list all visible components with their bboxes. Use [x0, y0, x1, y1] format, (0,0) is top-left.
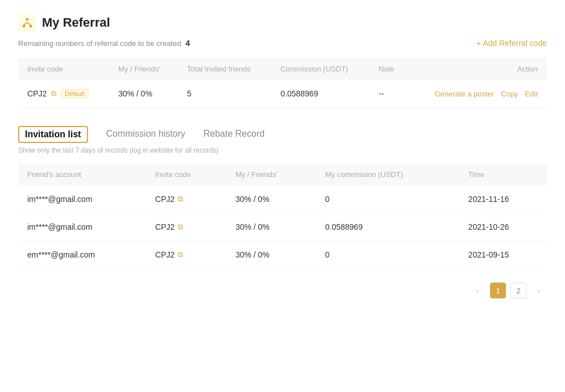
referral-my-friends: 30% / 0%	[109, 80, 178, 108]
pagination: ‹ 1 2 ›	[18, 283, 547, 298]
time-0: 2021-11-16	[459, 186, 547, 213]
remaining-info: Remaining numbers of referral code to be…	[18, 39, 190, 48]
default-badge: Default	[61, 89, 89, 98]
tabs-row: Invitation list Commission history Rebat…	[18, 126, 547, 143]
invitation-table-header-row: Friend's account Invite code My / Friend…	[18, 163, 547, 186]
invitation-table-row: im****@gmail.com CPJ2 ⧉ 30% / 0% 0 2021-…	[18, 186, 547, 213]
remaining-row: Remaining numbers of referral code to be…	[18, 39, 547, 48]
tab-commission[interactable]: Commission history	[106, 129, 186, 140]
col-inv-invite-code: Invite code	[146, 163, 226, 186]
col-commission: Commission (USDT)	[271, 58, 370, 80]
invite-copy-icon-2[interactable]: ⧉	[178, 250, 183, 259]
referral-invite-code-cell: CPJ2 ⧉ Default	[18, 80, 109, 108]
referral-total-invited: 5	[178, 80, 271, 108]
time-1: 2021-10-26	[459, 213, 547, 241]
my-commission-2: 0	[316, 241, 459, 269]
next-page-button[interactable]: ›	[531, 283, 547, 298]
invitation-table-row: em****@gmail.com CPJ2 ⧉ 30% / 0% 0 2021-…	[18, 241, 547, 269]
page-2-button[interactable]: 2	[510, 283, 526, 298]
col-action: Action	[408, 58, 547, 80]
page-header: My Referral	[18, 14, 547, 32]
referral-table-row: CPJ2 ⧉ Default 30% / 0% 5 0.0588969 -- G…	[18, 80, 547, 108]
time-2: 2021-09-15	[459, 241, 547, 269]
referral-table-header-row: Invite code My / Friends' Total Invited …	[18, 58, 547, 80]
svg-point-2	[30, 25, 32, 28]
invite-code-value-0: CPJ2	[155, 195, 174, 204]
invite-code-value-2: CPJ2	[155, 250, 174, 259]
invite-code-value-1: CPJ2	[155, 222, 174, 231]
add-referral-button[interactable]: + Add Referral code	[476, 39, 547, 48]
friend-account-2: em****@gmail.com	[18, 241, 146, 269]
col-note: Note	[370, 58, 408, 80]
referral-icon	[18, 14, 36, 32]
referral-copy-icon[interactable]: ⧉	[51, 89, 56, 98]
friend-account-0: im****@gmail.com	[18, 186, 146, 213]
col-inv-my-friends: My / Friends'	[227, 163, 316, 186]
remaining-count: 4	[186, 39, 190, 48]
referral-table: Invite code My / Friends' Total Invited …	[18, 58, 547, 108]
col-inv-time: Time	[459, 163, 547, 186]
prev-page-button[interactable]: ‹	[470, 283, 486, 298]
referral-note: --	[370, 80, 408, 108]
tab-subtitle: Show only the last 7 days of records (lo…	[18, 146, 547, 154]
my-commission-0: 0	[316, 186, 459, 213]
my-friends-2: 30% / 0%	[227, 241, 316, 269]
friend-account-1: im****@gmail.com	[18, 213, 146, 241]
tab-invitation[interactable]: Invitation list	[18, 126, 88, 143]
col-inv-commission: My commission (USDT)	[316, 163, 459, 186]
page-title: My Referral	[42, 15, 110, 30]
invite-copy-icon-1[interactable]: ⧉	[178, 222, 183, 231]
generate-poster-button[interactable]: Generate a poster	[434, 90, 494, 98]
page-1-button[interactable]: 1	[490, 283, 506, 298]
invitation-table-row: im****@gmail.com CPJ2 ⧉ 30% / 0% 0.05889…	[18, 213, 547, 241]
referral-code-value: CPJ2	[27, 89, 47, 98]
remaining-label: Remaining numbers of referral code to be…	[18, 39, 181, 48]
tab-rebate[interactable]: Rebate Record	[203, 129, 265, 140]
referral-commission: 0.0588969	[271, 80, 370, 108]
invite-copy-icon-0[interactable]: ⧉	[178, 195, 183, 204]
copy-button[interactable]: Copy	[501, 90, 518, 98]
col-total-invited: Total Invited friends	[178, 58, 271, 80]
invite-code-cell-2: CPJ2 ⧉	[146, 241, 226, 269]
my-friends-0: 30% / 0%	[227, 186, 316, 213]
invite-code-cell-1: CPJ2 ⧉	[146, 213, 226, 241]
referral-actions: Generate a poster Copy Edit	[408, 80, 547, 108]
svg-point-3	[26, 18, 29, 21]
col-friend-account: Friend's account	[18, 163, 146, 186]
invitation-table: Friend's account Invite code My / Friend…	[18, 163, 547, 269]
my-commission-1: 0.0588969	[316, 213, 459, 241]
col-my-friends: My / Friends'	[109, 58, 178, 80]
col-invite-code: Invite code	[18, 58, 109, 80]
my-friends-1: 30% / 0%	[227, 213, 316, 241]
svg-point-1	[23, 25, 26, 28]
edit-button[interactable]: Edit	[525, 90, 538, 98]
invite-code-cell-0: CPJ2 ⧉	[146, 186, 226, 213]
